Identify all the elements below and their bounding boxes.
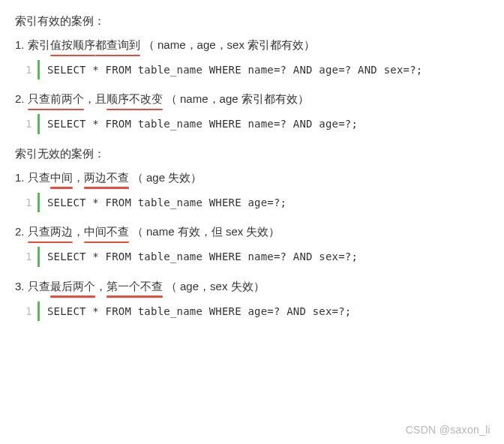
line-number: 1 [22, 247, 38, 266]
item-mid: ， [73, 225, 84, 238]
valid-item-2: 2. 只查前两个，且顺序不改变 （ name，age 索引都有效） [15, 90, 489, 108]
line-number: 1 [22, 60, 38, 80]
item-number: 2. [15, 92, 25, 105]
code-text: SELECT * FROM table_name WHERE age=? AND… [47, 302, 352, 321]
invalid-item-2: 2. 只查两边，中间不查 （ name 有效，但 sex 失效） [15, 223, 489, 241]
item-paren: （ name，age，sex 索引都有效） [143, 38, 315, 51]
code-divider [38, 114, 40, 134]
code-text: SELECT * FROM table_name WHERE age=?; [47, 193, 286, 212]
item-underline-2: 中间不查 [84, 223, 129, 241]
item-underline-1: 只查两边 [28, 223, 73, 241]
line-number: 1 [22, 114, 38, 134]
item-number: 1. [15, 171, 25, 184]
item-mid: ， [73, 171, 84, 184]
item-pre: 索引 [28, 38, 50, 51]
item-underline-1: 只查前两个 [28, 90, 84, 108]
item-underline-2: 顺序不改变 [106, 90, 163, 108]
code-text: SELECT * FROM table_name WHERE name=? AN… [47, 247, 358, 266]
code-block: 1 SELECT * FROM table_name WHERE name=? … [22, 60, 489, 80]
item-pre: 只查 [28, 171, 50, 184]
valid-item-1: 1. 索引值按顺序都查询到 （ name，age，sex 索引都有效） [15, 36, 489, 54]
item-underline-2: 都查询到 [95, 36, 140, 54]
code-text: SELECT * FROM table_name WHERE name=? AN… [47, 60, 422, 80]
code-divider [38, 193, 40, 212]
code-text: SELECT * FROM table_name WHERE name=? AN… [47, 114, 358, 134]
line-number: 1 [22, 302, 38, 321]
code-divider [38, 302, 40, 321]
item-underline-1: 值按顺序 [50, 36, 95, 54]
item-paren: （ age，sex 失效） [166, 280, 265, 292]
item-mid: ，且 [84, 92, 106, 105]
item-pre: 只查 [28, 280, 50, 292]
code-block: 1 SELECT * FROM table_name WHERE name=? … [22, 114, 489, 134]
line-number: 1 [22, 193, 38, 212]
item-number: 1. [15, 38, 25, 51]
item-underline-1: 最后两个 [50, 278, 95, 296]
item-number: 3. [15, 280, 25, 292]
code-divider [38, 247, 40, 266]
watermark: CSDN @saxon_li [406, 422, 490, 438]
item-paren: （ name 有效，但 sex 失效） [132, 225, 280, 238]
item-paren: （ name，age 索引都有效） [166, 92, 309, 105]
item-number: 2. [15, 225, 25, 238]
code-divider [38, 60, 40, 80]
code-block: 1 SELECT * FROM table_name WHERE name=? … [22, 247, 489, 266]
invalid-item-3: 3. 只查最后两个，第一个不查 （ age，sex 失效） [15, 278, 489, 296]
invalid-item-1: 1. 只查中间，两边不查 （ age 失效） [15, 169, 489, 187]
item-paren: （ age 失效） [132, 171, 202, 184]
valid-section-title: 索引有效的案例： [15, 12, 489, 30]
item-underline-2: 两边不查 [84, 169, 129, 187]
item-underline-2: 第一个不查 [106, 278, 163, 296]
code-block: 1 SELECT * FROM table_name WHERE age=? A… [22, 302, 489, 321]
item-underline-1: 中间 [50, 169, 73, 187]
item-mid: ， [95, 280, 106, 292]
invalid-section-title: 索引无效的案例： [15, 145, 489, 163]
code-block: 1 SELECT * FROM table_name WHERE age=?; [22, 193, 489, 212]
